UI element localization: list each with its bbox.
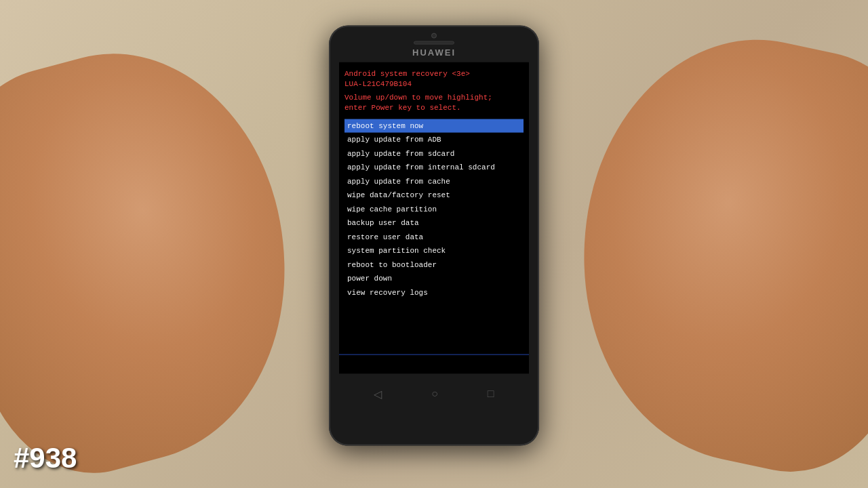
phone-top: HUAWEI [329,26,539,60]
recovery-menu[interactable]: reboot system nowapply update from ADBap… [344,119,524,300]
screen-divider [339,354,529,355]
menu-item-10[interactable]: reboot to bootloader [344,258,524,272]
menu-item-9[interactable]: system partition check [344,244,524,258]
nav-recent-button[interactable]: □ [488,388,494,400]
instructions-line2: enter Power key to select. [344,103,524,113]
phone-nav-bar: ◁ ○ □ [329,377,539,411]
recovery-screen: Android system recovery <3e> LUA-L21C479… [339,62,529,374]
menu-item-11[interactable]: power down [344,272,524,286]
phone-camera [431,33,437,39]
instructions-line1: Volume up/down to move highlight; [344,92,524,102]
video-watermark: #938 [14,442,77,474]
nav-back-button[interactable]: ◁ [374,387,382,400]
phone-device: HUAWEI Android system recovery <3e> LUA-… [329,26,539,446]
menu-item-3[interactable]: apply update from internal sdcard [344,161,524,175]
menu-item-1[interactable]: apply update from ADB [344,133,524,147]
recovery-header: Android system recovery <3e> LUA-L21C479… [344,69,524,90]
recovery-instructions: Volume up/down to move highlight; enter … [344,92,524,113]
menu-item-2[interactable]: apply update from sdcard [344,146,524,161]
menu-item-8[interactable]: restore user data [344,230,524,244]
menu-item-7[interactable]: backup user data [344,216,524,230]
phone-screen: Android system recovery <3e> LUA-L21C479… [339,62,529,374]
menu-item-5[interactable]: wipe data/factory reset [344,188,524,203]
menu-item-6[interactable]: wipe cache partition [344,202,524,216]
nav-home-button[interactable]: ○ [431,388,438,400]
recovery-title-line1: Android system recovery <3e> [344,69,524,79]
phone-brand: HUAWEI [412,47,456,58]
phone-speaker [414,41,454,45]
menu-item-12[interactable]: view recovery logs [344,285,524,300]
recovery-title-line2: LUA-L21C479B104 [344,79,524,89]
menu-item-0[interactable]: reboot system now [344,119,524,133]
menu-item-4[interactable]: apply update from cache [344,174,524,188]
